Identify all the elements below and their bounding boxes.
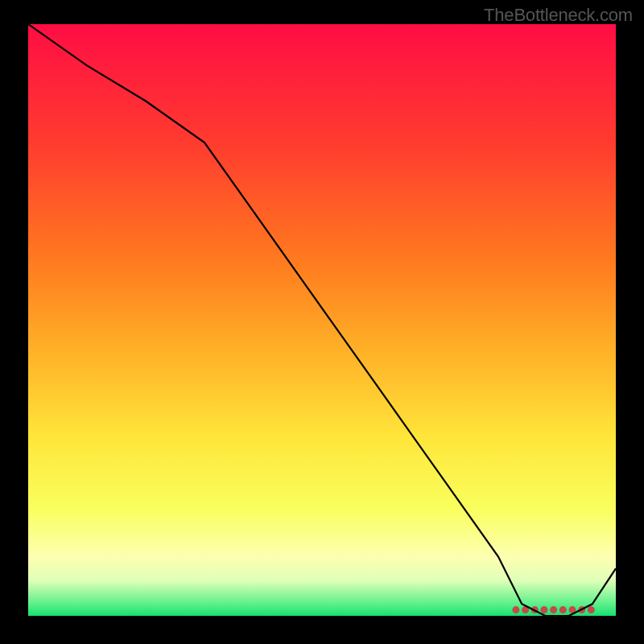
bottleneck-chart	[28, 24, 616, 616]
chart-frame: TheBottleneck.com	[0, 0, 644, 644]
watermark-text: TheBottleneck.com	[484, 5, 633, 26]
gradient-background	[28, 24, 616, 616]
plot-area	[28, 24, 616, 616]
svg-point-0	[512, 606, 519, 613]
svg-point-4	[550, 606, 557, 613]
svg-point-3	[540, 606, 547, 613]
svg-point-8	[588, 606, 595, 613]
svg-point-5	[559, 606, 567, 613]
